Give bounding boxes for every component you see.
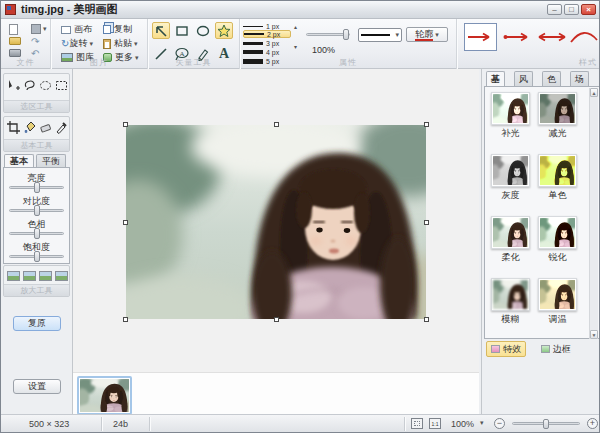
zoom-slider-handle[interactable] xyxy=(543,419,549,429)
handle-n[interactable] xyxy=(274,122,279,127)
filter-blur[interactable]: 模糊 xyxy=(491,278,530,326)
canvas-button[interactable]: 画布 xyxy=(61,23,92,36)
tool-ellipse-select[interactable] xyxy=(38,78,53,93)
vector-tools-group: A A 矢量工具 xyxy=(148,19,240,69)
actual-size-icon[interactable]: 1:1 xyxy=(429,418,441,429)
handle-ne[interactable] xyxy=(424,122,429,127)
filter-list: 补光 减光 灰度 单色 柔化 锐化 模糊 调温 xyxy=(484,86,600,339)
copy-button[interactable]: 复制 xyxy=(103,23,132,36)
hue-slider[interactable] xyxy=(9,232,64,235)
filter-reduce-light[interactable]: 减光 xyxy=(538,92,577,140)
line-width-spin-up[interactable]: ▴ xyxy=(294,23,297,30)
fit-to-window-icon[interactable] xyxy=(411,418,423,429)
handle-s[interactable] xyxy=(274,317,279,322)
restore-button[interactable]: 复原 xyxy=(13,316,61,331)
rotate-button[interactable]: ↻旋转▾ xyxy=(61,37,93,50)
filter-scrollbar[interactable]: ▲ ▼ xyxy=(589,88,598,339)
scroll-down-button[interactable]: ▼ xyxy=(590,330,598,339)
scroll-up-button[interactable]: ▲ xyxy=(590,88,598,97)
saturation-handle[interactable] xyxy=(34,251,40,262)
new-button[interactable] xyxy=(9,23,21,35)
filter-soften[interactable]: 柔化 xyxy=(491,216,530,264)
filter-monochrome[interactable]: 单色 xyxy=(538,154,577,202)
tab-scene-filters[interactable]: 场景 xyxy=(570,71,589,86)
zoom-slider[interactable] xyxy=(512,422,580,425)
view-preset-1[interactable] xyxy=(6,268,21,283)
tab-color-filters[interactable]: 色彩 xyxy=(542,71,561,86)
tool-move-select[interactable] xyxy=(6,78,21,93)
photo-selection[interactable] xyxy=(126,125,426,319)
maximize-button[interactable]: □ xyxy=(564,4,579,15)
tool-picker[interactable] xyxy=(54,120,69,135)
zoom-dropdown-caret[interactable]: ▾ xyxy=(480,419,484,427)
minimize-button[interactable]: – xyxy=(547,4,562,15)
line-width-2px[interactable]: 2 px xyxy=(243,30,291,38)
save-icon xyxy=(31,24,41,34)
tool-lasso-select[interactable] xyxy=(22,78,37,93)
style-arrow-double[interactable] xyxy=(535,23,568,51)
contrast-handle[interactable] xyxy=(34,205,40,216)
filter-warm[interactable]: 调温 xyxy=(538,278,577,326)
canvas-area[interactable] xyxy=(73,69,479,416)
line-style-combo[interactable]: ▾ xyxy=(358,28,402,42)
filter-sharpen[interactable]: 锐化 xyxy=(538,216,577,264)
opacity-slider-handle[interactable] xyxy=(343,29,349,40)
tool-rectangle[interactable] xyxy=(173,22,191,39)
opacity-slider[interactable] xyxy=(306,33,350,36)
rotate-dropdown-caret[interactable]: ▾ xyxy=(89,40,93,48)
outline-caret: ▾ xyxy=(435,31,439,39)
zoom-out-button[interactable]: − xyxy=(494,418,505,429)
settings-button[interactable]: 设置 xyxy=(13,379,61,394)
handle-w[interactable] xyxy=(123,220,128,225)
brightness-handle[interactable] xyxy=(34,182,40,193)
tab-balance[interactable]: 平衡 xyxy=(36,154,66,167)
view-preset-2[interactable] xyxy=(22,268,37,283)
print-icon xyxy=(9,49,21,57)
tool-star[interactable] xyxy=(215,22,233,39)
redo-button[interactable]: ↷ xyxy=(31,35,47,47)
view-preset-4[interactable] xyxy=(54,268,69,283)
style-arrow-dot[interactable] xyxy=(501,23,534,51)
contrast-slider[interactable] xyxy=(9,209,64,212)
bit-depth: 24b xyxy=(113,419,128,429)
line-width-4px[interactable]: 4 px xyxy=(243,48,289,56)
saturation-slider[interactable] xyxy=(9,255,64,258)
brightness-slider[interactable] xyxy=(9,186,64,189)
open-button[interactable] xyxy=(9,35,21,47)
outline-button[interactable]: 轮廓 ▾ xyxy=(406,27,448,42)
save-button[interactable]: ▾ xyxy=(31,23,47,35)
style-curve[interactable] xyxy=(569,23,599,51)
tab-style-filters[interactable]: 风格 xyxy=(514,71,533,86)
tool-ellipse[interactable] xyxy=(194,22,212,39)
film-thumbnail[interactable] xyxy=(77,376,132,415)
tool-arrow[interactable] xyxy=(152,22,170,39)
handle-nw[interactable] xyxy=(123,122,128,127)
handle-sw[interactable] xyxy=(123,317,128,322)
line-width-spin-down[interactable]: ▾ xyxy=(294,43,297,50)
line-width-3px[interactable]: 3 px xyxy=(243,39,289,47)
style-arrow-single[interactable] xyxy=(464,23,497,51)
tool-fill[interactable] xyxy=(22,120,37,135)
hue-handle[interactable] xyxy=(34,228,40,239)
save-dropdown-caret[interactable]: ▾ xyxy=(43,25,47,33)
ellipse-select-icon xyxy=(39,79,52,92)
line-width-1px[interactable]: 1 px xyxy=(243,22,289,30)
tab-basic[interactable]: 基本 xyxy=(4,154,34,167)
filter-fill-light[interactable]: 补光 xyxy=(491,92,530,140)
file-group: ▾ ↷ ↶ 文件 xyxy=(1,19,51,69)
rect-select-icon xyxy=(55,79,68,92)
paste-button[interactable]: 粘贴▾ xyxy=(103,37,138,50)
filter-grayscale[interactable]: 灰度 xyxy=(491,154,530,202)
border-button[interactable]: 边框 xyxy=(536,341,576,357)
tool-crop[interactable] xyxy=(6,120,21,135)
tool-eraser[interactable] xyxy=(38,120,53,135)
handle-e[interactable] xyxy=(424,220,429,225)
view-preset-3[interactable] xyxy=(38,268,53,283)
effects-button[interactable]: 特效 xyxy=(486,341,526,357)
tab-basic-filters[interactable]: 基本 xyxy=(486,71,505,86)
handle-se[interactable] xyxy=(424,317,429,322)
paste-dropdown-caret[interactable]: ▾ xyxy=(134,40,138,48)
close-button[interactable]: × xyxy=(581,4,596,15)
zoom-in-button[interactable]: + xyxy=(587,418,598,429)
tool-rect-select[interactable] xyxy=(54,78,69,93)
